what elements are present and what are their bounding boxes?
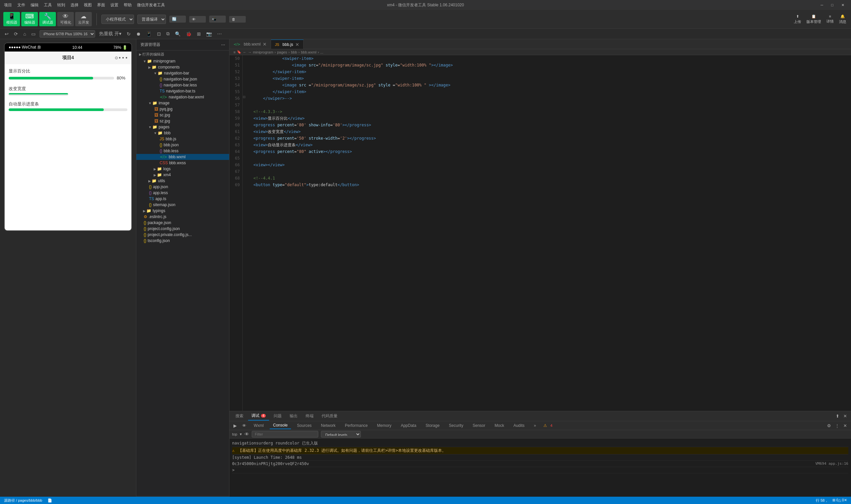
search-btn[interactable]: 🔍 xyxy=(174,31,182,37)
tree-item-package-json[interactable]: {} package.json xyxy=(136,220,229,226)
menu-view[interactable]: 视图 xyxy=(84,2,92,8)
tree-item-sz-jpg[interactable]: 🖼 sz.jpg xyxy=(136,118,229,124)
menu-file[interactable]: 文件 xyxy=(17,2,25,8)
tree-item-pages[interactable]: ▼ 📁 pages xyxy=(136,124,229,130)
copy-btn[interactable]: ⧉ xyxy=(165,30,171,37)
level-select[interactable]: Default levels xyxy=(321,431,361,437)
menu-tools[interactable]: 工具 xyxy=(44,2,52,8)
grid-btn[interactable]: ⊞ xyxy=(196,31,202,37)
more-btn[interactable]: ⋯ xyxy=(216,31,223,37)
tree-item-utils[interactable]: ▶ 📁 utils xyxy=(136,178,229,184)
debug-execute-btn[interactable]: ▶ xyxy=(232,422,238,429)
menu-select[interactable]: 选择 xyxy=(71,2,78,8)
breadcrumb-miniprogram[interactable]: miniprogram xyxy=(253,50,273,54)
breadcrumb-ellipsis[interactable]: ... xyxy=(320,50,323,54)
tree-item-image[interactable]: ▼ 📁 image xyxy=(136,100,229,106)
tab-bbb-wxml[interactable]: ≺/≻ bbb.wxml ✕ xyxy=(229,39,271,49)
maximize-btn[interactable]: □ xyxy=(828,3,836,7)
debug-sub-tab-security[interactable]: Security xyxy=(446,422,466,429)
breadcrumb-back[interactable]: ← xyxy=(243,50,246,54)
tree-item-bbb-js[interactable]: JS bbb.js xyxy=(136,136,229,142)
tree-item-bbb-less[interactable]: {} bbb.less xyxy=(136,148,229,154)
tree-item-app-less[interactable]: {} app.less xyxy=(136,190,229,196)
tree-item-components[interactable]: ▶ 📁 components xyxy=(136,64,229,70)
tree-item-sc-jpg[interactable]: 🖼 sc.jpg xyxy=(136,112,229,118)
debug-sub-tab-audits[interactable]: Audits xyxy=(510,422,528,429)
tree-item-app-ts[interactable]: TS app.ts xyxy=(136,196,229,202)
debug-top-tab-terminal[interactable]: 终端 xyxy=(302,412,317,420)
debug-sub-tab-more[interactable]: » xyxy=(530,422,539,429)
detail-btn[interactable]: ≡ 详情 xyxy=(825,13,835,25)
cloud-btn[interactable]: ☁ 云开发 xyxy=(75,12,92,26)
tree-item-logs[interactable]: ▶ 📁 logs xyxy=(136,166,229,172)
record-btn[interactable]: ⏺ xyxy=(135,31,142,37)
tab-bbb-js[interactable]: JS bbb.js ✕ xyxy=(271,39,304,49)
editor-btn[interactable]: ⌨ 编辑器 xyxy=(21,12,38,26)
debug-sub-tab-network[interactable]: Network xyxy=(318,422,339,429)
tree-item-eslintrc[interactable]: ⚙ .eslintrc.js xyxy=(136,214,229,220)
tree-item-nav-bar-json[interactable]: {} navigation-bar.json xyxy=(136,76,229,82)
device-selector[interactable]: iPhone 6/7/8 Plus 100% 16 xyxy=(39,30,95,38)
menu-devtools[interactable]: 微信开发者工具 xyxy=(137,2,165,8)
menu-bar[interactable]: 项目 文件 编辑 工具 转到 选择 视图 界面 设置 帮助 微信开发者工具 xyxy=(4,2,165,8)
tree-item-nav-bar-ts[interactable]: TS navigation-bar.ts xyxy=(136,88,229,94)
debug-settings-btn[interactable]: ⚙ xyxy=(826,422,832,429)
tree-item-nav-bar-less[interactable]: {} navigation-bar.less xyxy=(136,82,229,88)
menu-help[interactable]: 帮助 xyxy=(124,2,132,8)
debug-expand-btn[interactable]: ⬆ xyxy=(834,413,841,419)
hot-reload-btn[interactable]: 热重载 开▾ xyxy=(98,30,123,38)
tree-item-tsconfig[interactable]: {} tsconfig.json xyxy=(136,238,229,244)
menu-interface[interactable]: 界面 xyxy=(97,2,105,8)
code-area[interactable]: <swiper-item> <image src="/miniprogram/i… xyxy=(249,55,851,411)
remote-debug-btn[interactable]: 📲 xyxy=(209,16,226,23)
debug-sub-tab-performance[interactable]: Performance xyxy=(341,422,371,429)
visible-btn[interactable]: 👁 可视化 xyxy=(57,12,74,26)
debugger-btn[interactable]: 🔧 调试器 xyxy=(39,12,56,26)
debug-sub-tab-storage[interactable]: Storage xyxy=(422,422,443,429)
debug-close-btn-2[interactable]: ✕ xyxy=(842,422,848,429)
debug-sub-tab-sources[interactable]: Sources xyxy=(294,422,315,429)
close-btn[interactable]: ✕ xyxy=(839,3,847,7)
filter-input[interactable] xyxy=(252,431,318,437)
debug-sub-tab-wxml[interactable]: Wxml xyxy=(250,422,267,429)
tree-item-navigation-bar[interactable]: ▼ 📁 navigation-bar xyxy=(136,70,229,76)
screen-btn[interactable]: ⊡ xyxy=(156,31,162,37)
debug-top-tab-debug[interactable]: 调试 4 xyxy=(248,412,269,420)
back-btn[interactable]: ↩ xyxy=(3,31,10,37)
menu-settings[interactable]: 设置 xyxy=(110,2,118,8)
filter-dropdown-icon[interactable]: ▾ xyxy=(240,432,242,436)
forward-btn[interactable]: ⟳ xyxy=(13,31,19,37)
tree-item-project-private[interactable]: {} project.private.config.js... xyxy=(136,232,229,238)
debug-eye-btn[interactable]: 👁 xyxy=(241,422,248,429)
debug-top-tab-problems[interactable]: 问题 xyxy=(270,412,285,420)
tree-item-bbb-wxml[interactable]: ≺/≻ bbb.wxml xyxy=(136,154,229,160)
debug-sub-tab-memory[interactable]: Memory xyxy=(374,422,395,429)
tree-item-typings[interactable]: ▶ 📁 typings xyxy=(136,208,229,214)
file-tree-more-icon[interactable]: ⋯ xyxy=(221,42,225,47)
debug-vertical-dots-btn[interactable]: ⋮ xyxy=(834,422,841,429)
debug-top-tab-search[interactable]: 搜索 xyxy=(232,412,247,420)
tree-item-xm4[interactable]: ▶ 📁 xm4 xyxy=(136,172,229,178)
menu-edit[interactable]: 编辑 xyxy=(31,2,39,8)
debug-top-tab-output[interactable]: 输出 xyxy=(286,412,301,420)
tree-item-miniprogram[interactable]: ▼ 📁 miniprogram xyxy=(136,58,229,64)
home-btn[interactable]: ⌂ xyxy=(22,31,27,37)
debug-top-tab-quality[interactable]: 代码质量 xyxy=(318,412,341,420)
tree-item-bbb[interactable]: ▼ 📁 bbb xyxy=(136,130,229,136)
screenshot-btn[interactable]: 📷 xyxy=(205,31,213,37)
collapse-56[interactable]: ⊟ xyxy=(243,95,249,102)
debug-btn[interactable]: 🐞 xyxy=(184,31,193,37)
window-controls[interactable]: ─ □ ✕ xyxy=(818,3,847,7)
device-frame-btn[interactable]: ▭ xyxy=(30,31,37,37)
debug-close-btn[interactable]: ✕ xyxy=(842,413,848,419)
tree-item-bbb-wxss[interactable]: CSS bbb.wxss xyxy=(136,160,229,166)
version-mgmt-btn[interactable]: 📋 版本管理 xyxy=(805,13,822,25)
upload-btn[interactable]: ⬆ 上传 xyxy=(793,13,802,25)
mode-select[interactable]: 小程序模式 xyxy=(102,15,134,24)
debug-sub-tab-sensor[interactable]: Sensor xyxy=(469,422,489,429)
breadcrumb-bbb[interactable]: bbb xyxy=(291,50,297,54)
tree-item-app-json[interactable]: {} app.json xyxy=(136,184,229,190)
debug-sub-tab-mock[interactable]: Mock xyxy=(491,422,508,429)
simulator-btn[interactable]: 📱 模拟器 xyxy=(3,12,20,26)
tab-close-wxml[interactable]: ✕ xyxy=(263,41,267,47)
